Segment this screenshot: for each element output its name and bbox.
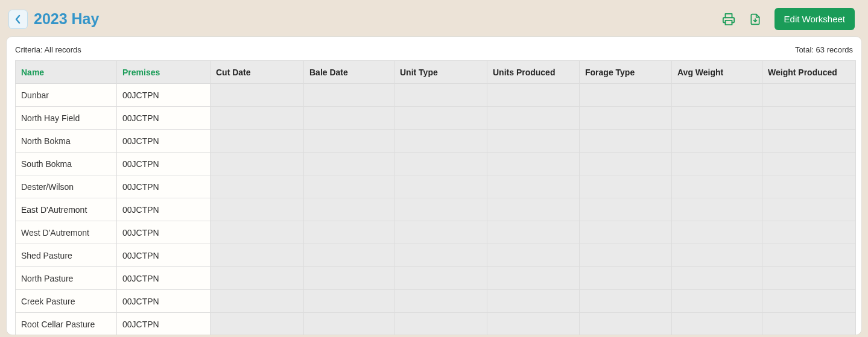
cell-unit_type[interactable] bbox=[394, 221, 487, 244]
cell-premises[interactable]: 00JCTPN bbox=[117, 198, 211, 221]
cell-avg_weight[interactable] bbox=[672, 175, 762, 198]
cell-premises[interactable]: 00JCTPN bbox=[117, 107, 211, 130]
cell-unit_type[interactable] bbox=[394, 130, 487, 153]
cell-forage_type[interactable] bbox=[580, 267, 672, 290]
cell-premises[interactable]: 00JCTPN bbox=[117, 313, 211, 336]
cell-cut_date[interactable] bbox=[211, 130, 304, 153]
cell-units_produced[interactable] bbox=[487, 198, 580, 221]
cell-unit_type[interactable] bbox=[394, 198, 487, 221]
cell-forage_type[interactable] bbox=[580, 107, 672, 130]
cell-forage_type[interactable] bbox=[580, 290, 672, 313]
cell-premises[interactable]: 00JCTPN bbox=[117, 130, 211, 153]
cell-premises[interactable]: 00JCTPN bbox=[117, 84, 211, 107]
cell-weight_produced[interactable] bbox=[762, 313, 856, 336]
cell-cut_date[interactable] bbox=[211, 198, 304, 221]
column-header[interactable]: Premises bbox=[117, 61, 211, 84]
table-row[interactable]: East D'Autremont00JCTPN bbox=[16, 198, 856, 221]
table-row[interactable]: Root Cellar Pasture00JCTPN bbox=[16, 313, 856, 336]
cell-name[interactable]: East D'Autremont bbox=[16, 198, 117, 221]
cell-units_produced[interactable] bbox=[487, 221, 580, 244]
cell-avg_weight[interactable] bbox=[672, 221, 762, 244]
cell-units_produced[interactable] bbox=[487, 84, 580, 107]
table-row[interactable]: Creek Pasture00JCTPN bbox=[16, 290, 856, 313]
cell-avg_weight[interactable] bbox=[672, 130, 762, 153]
table-row[interactable]: North Pasture00JCTPN bbox=[16, 267, 856, 290]
cell-weight_produced[interactable] bbox=[762, 153, 856, 175]
cell-unit_type[interactable] bbox=[394, 244, 487, 267]
column-header[interactable]: Avg Weight bbox=[672, 61, 762, 84]
cell-forage_type[interactable] bbox=[580, 153, 672, 175]
cell-cut_date[interactable] bbox=[211, 290, 304, 313]
column-header[interactable]: Weight Produced bbox=[762, 61, 856, 84]
column-header[interactable]: Bale Date bbox=[304, 61, 394, 84]
cell-weight_produced[interactable] bbox=[762, 84, 856, 107]
cell-avg_weight[interactable] bbox=[672, 153, 762, 175]
cell-cut_date[interactable] bbox=[211, 221, 304, 244]
cell-name[interactable]: North Hay Field bbox=[16, 107, 117, 130]
table-row[interactable]: West D'Autremont00JCTPN bbox=[16, 221, 856, 244]
cell-premises[interactable]: 00JCTPN bbox=[117, 175, 211, 198]
cell-forage_type[interactable] bbox=[580, 313, 672, 336]
cell-forage_type[interactable] bbox=[580, 221, 672, 244]
cell-weight_produced[interactable] bbox=[762, 130, 856, 153]
cell-unit_type[interactable] bbox=[394, 267, 487, 290]
cell-cut_date[interactable] bbox=[211, 267, 304, 290]
cell-name[interactable]: West D'Autremont bbox=[16, 221, 117, 244]
cell-forage_type[interactable] bbox=[580, 130, 672, 153]
cell-bale_date[interactable] bbox=[304, 290, 394, 313]
table-row[interactable]: Dunbar00JCTPN bbox=[16, 84, 856, 107]
cell-bale_date[interactable] bbox=[304, 244, 394, 267]
table-row[interactable]: South Bokma00JCTPN bbox=[16, 153, 856, 175]
cell-forage_type[interactable] bbox=[580, 244, 672, 267]
print-button[interactable] bbox=[721, 12, 736, 27]
cell-bale_date[interactable] bbox=[304, 84, 394, 107]
cell-weight_produced[interactable] bbox=[762, 107, 856, 130]
cell-cut_date[interactable] bbox=[211, 244, 304, 267]
cell-name[interactable]: Root Cellar Pasture bbox=[16, 313, 117, 336]
cell-avg_weight[interactable] bbox=[672, 290, 762, 313]
column-header[interactable]: Units Produced bbox=[487, 61, 580, 84]
cell-weight_produced[interactable] bbox=[762, 267, 856, 290]
cell-weight_produced[interactable] bbox=[762, 244, 856, 267]
cell-bale_date[interactable] bbox=[304, 313, 394, 336]
cell-units_produced[interactable] bbox=[487, 267, 580, 290]
edit-worksheet-button[interactable]: Edit Worksheet bbox=[775, 8, 855, 30]
cell-bale_date[interactable] bbox=[304, 175, 394, 198]
cell-units_produced[interactable] bbox=[487, 153, 580, 175]
cell-premises[interactable]: 00JCTPN bbox=[117, 244, 211, 267]
cell-cut_date[interactable] bbox=[211, 107, 304, 130]
back-button[interactable] bbox=[8, 10, 28, 29]
cell-bale_date[interactable] bbox=[304, 130, 394, 153]
cell-weight_produced[interactable] bbox=[762, 290, 856, 313]
cell-cut_date[interactable] bbox=[211, 313, 304, 336]
cell-name[interactable]: North Pasture bbox=[16, 267, 117, 290]
cell-premises[interactable]: 00JCTPN bbox=[117, 221, 211, 244]
table-row[interactable]: North Hay Field00JCTPN bbox=[16, 107, 856, 130]
cell-avg_weight[interactable] bbox=[672, 198, 762, 221]
cell-bale_date[interactable] bbox=[304, 107, 394, 130]
cell-units_produced[interactable] bbox=[487, 130, 580, 153]
table-row[interactable]: Shed Pasture00JCTPN bbox=[16, 244, 856, 267]
cell-unit_type[interactable] bbox=[394, 290, 487, 313]
cell-units_produced[interactable] bbox=[487, 313, 580, 336]
cell-units_produced[interactable] bbox=[487, 290, 580, 313]
cell-units_produced[interactable] bbox=[487, 175, 580, 198]
cell-forage_type[interactable] bbox=[580, 175, 672, 198]
cell-unit_type[interactable] bbox=[394, 84, 487, 107]
cell-name[interactable]: South Bokma bbox=[16, 153, 117, 175]
cell-name[interactable]: Dunbar bbox=[16, 84, 117, 107]
table-row[interactable]: North Bokma00JCTPN bbox=[16, 130, 856, 153]
cell-premises[interactable]: 00JCTPN bbox=[117, 153, 211, 175]
column-header[interactable]: Cut Date bbox=[211, 61, 304, 84]
cell-weight_produced[interactable] bbox=[762, 198, 856, 221]
cell-bale_date[interactable] bbox=[304, 198, 394, 221]
cell-forage_type[interactable] bbox=[580, 198, 672, 221]
cell-weight_produced[interactable] bbox=[762, 175, 856, 198]
cell-cut_date[interactable] bbox=[211, 153, 304, 175]
cell-units_produced[interactable] bbox=[487, 107, 580, 130]
table-row[interactable]: Dester/Wilson00JCTPN bbox=[16, 175, 856, 198]
export-button[interactable] bbox=[748, 12, 762, 27]
column-header[interactable]: Forage Type bbox=[580, 61, 672, 84]
column-header[interactable]: Unit Type bbox=[394, 61, 487, 84]
cell-bale_date[interactable] bbox=[304, 267, 394, 290]
